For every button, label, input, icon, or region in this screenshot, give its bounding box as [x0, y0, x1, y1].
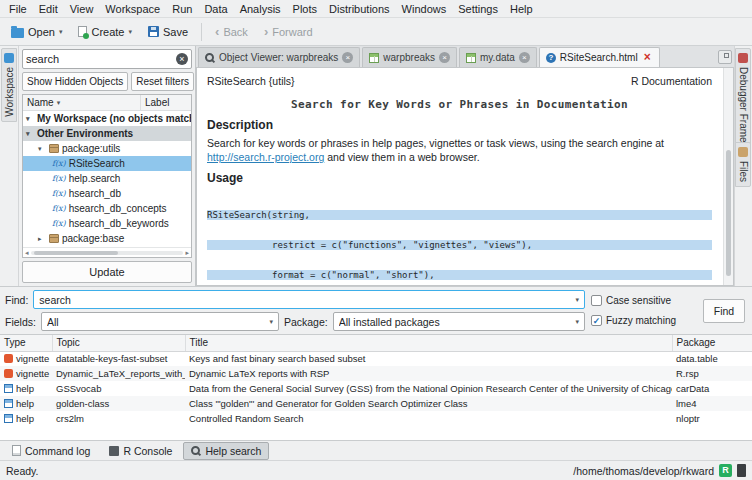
tab-command-log[interactable]: Command log [4, 442, 98, 460]
results-table: Type Topic Title Package vignette datata… [0, 335, 752, 426]
resize-grip[interactable] [737, 464, 746, 477]
find-combobox[interactable]: search ▾ [33, 290, 585, 309]
fuzzy-matching-checkbox[interactable]: ✓ Fuzzy matching [591, 315, 695, 326]
save-button[interactable]: Save [141, 23, 195, 41]
open-button[interactable]: Open ▾ [4, 23, 69, 41]
checkbox-checked-icon[interactable]: ✓ [591, 315, 602, 326]
help-page-icon: ? [546, 53, 556, 63]
tree-item-package-utils[interactable]: ▾ package:utils [23, 141, 191, 156]
function-icon: f(x) [52, 159, 66, 168]
result-row[interactable]: vignette Dynamic_LaTeX_reports_with_RSP … [0, 366, 752, 381]
chevron-down-icon: ▾ [59, 28, 63, 36]
tab-warpbreaks[interactable]: warpbreaks × [362, 47, 457, 67]
tab-rsitesearch-html[interactable]: ? RSiteSearch.html × [539, 47, 660, 67]
function-icon: f(x) [52, 174, 66, 183]
workspace-search-box: × [22, 49, 192, 69]
result-row[interactable]: help GSSvocab Data from the General Soci… [0, 381, 752, 396]
tree-item-help-search[interactable]: f(x) help.search [23, 171, 191, 186]
tree-item-hsearch-db-keywords[interactable]: f(x) hsearch_db_keywords [23, 216, 191, 231]
menu-settings[interactable]: Settings [452, 2, 504, 16]
column-header-title[interactable]: Title [185, 335, 672, 351]
scroll-right-icon[interactable]: ▸ [185, 249, 189, 257]
forward-arrow-icon: › [264, 27, 268, 37]
find-button[interactable]: Find [703, 299, 745, 323]
reset-filters-button[interactable]: Reset filters [131, 72, 194, 91]
menu-run[interactable]: Run [166, 2, 198, 16]
debugger-frames-dock-tab[interactable]: Debugger Frames [735, 48, 751, 153]
tab-help-search[interactable]: Help search [183, 442, 269, 460]
case-sensitive-checkbox[interactable]: Case sensitive [591, 295, 695, 306]
tab-r-console[interactable]: R Console [101, 442, 180, 460]
workspace-search-input[interactable] [26, 53, 173, 65]
column-header-type[interactable]: Type [0, 335, 52, 351]
create-button[interactable]: Create ▾ [71, 23, 139, 41]
files-dock-tab[interactable]: Files [735, 142, 751, 187]
scroll-left-icon[interactable]: ◂ [25, 249, 29, 257]
expander-icon[interactable]: ▾ [38, 145, 46, 153]
fields-combobox[interactable]: All ▾ [41, 312, 279, 331]
back-button[interactable]: ‹ Back [208, 23, 255, 41]
expander-icon[interactable]: ▸ [38, 235, 46, 243]
expander-icon[interactable]: ▾ [26, 130, 34, 138]
tree-item-other-environments[interactable]: ▾ Other Environments [23, 126, 191, 141]
right-dock-strip: Debugger Frames Files [734, 46, 752, 286]
tab-my-data[interactable]: my.data × [459, 47, 537, 67]
function-icon: f(x) [52, 189, 66, 198]
sort-arrow-icon: ▾ [57, 99, 61, 107]
document-scrollbar-thumb[interactable] [726, 150, 731, 276]
tree-item-hsearch-db-concepts[interactable]: f(x) hsearch_db_concepts [23, 201, 191, 216]
show-hidden-objects-button[interactable]: Show Hidden Objects [22, 72, 128, 91]
result-row[interactable]: vignette datatable-keys-fast-subset Keys… [0, 351, 752, 366]
scrollbar-thumb[interactable] [34, 251, 118, 255]
search-r-project-link[interactable]: http://search.r-project.org [207, 151, 324, 163]
menu-file[interactable]: File [3, 2, 33, 16]
menu-plots[interactable]: Plots [287, 2, 323, 16]
doc-header: RSiteSearch {utils} R Documentation [207, 75, 712, 87]
menu-analysis[interactable]: Analysis [234, 2, 287, 16]
expander-icon[interactable]: ▾ [26, 115, 34, 123]
left-dock-strip: Workspace [0, 46, 18, 286]
menu-distributions[interactable]: Distributions [323, 2, 396, 16]
document-tabbar: Object Viewer: warpbreaks × warpbreaks ×… [196, 46, 734, 68]
menu-edit[interactable]: Edit [33, 2, 64, 16]
tree-item-package-base[interactable]: ▸ package:base [23, 231, 191, 246]
menu-view[interactable]: View [64, 2, 100, 16]
usage-code-block[interactable]: RSiteSearch(string, restrict = c("functi… [207, 190, 712, 285]
tree-item-rsitesearch[interactable]: f(x) RSiteSearch [23, 156, 191, 171]
column-header-topic[interactable]: Topic [52, 335, 185, 351]
close-tab-icon[interactable]: × [519, 52, 530, 63]
menu-windows[interactable]: Windows [396, 2, 453, 16]
result-row[interactable]: help golden-class Class '"golden"' and G… [0, 396, 752, 411]
column-header-package[interactable]: Package [672, 335, 752, 351]
column-header-name[interactable]: Name ▾ [23, 95, 141, 110]
document-scrollbar[interactable] [723, 68, 733, 285]
menu-workspace[interactable]: Workspace [99, 2, 166, 16]
object-viewer-icon [205, 53, 215, 63]
tab-object-viewer-warpbreaks[interactable]: Object Viewer: warpbreaks × [198, 47, 360, 67]
close-tab-icon[interactable]: × [342, 52, 353, 63]
checkbox-unchecked-icon[interactable] [591, 295, 602, 306]
clear-search-icon[interactable]: × [176, 53, 188, 65]
code-line: restrict = c("functions", "vignettes", "… [207, 240, 712, 250]
detach-window-icon[interactable] [718, 50, 732, 64]
column-header-label[interactable]: Label [141, 97, 191, 108]
close-tab-icon[interactable]: × [642, 52, 653, 63]
horizontal-scrollbar[interactable]: ◂ ▸ [23, 247, 191, 257]
function-icon: f(x) [52, 219, 66, 228]
package-icon [49, 144, 59, 153]
tree-item-my-workspace[interactable]: ▾ My Workspace (no objects matching filt… [23, 111, 191, 126]
forward-button[interactable]: › Forward [257, 23, 320, 41]
menu-help[interactable]: Help [504, 2, 539, 16]
workspace-dock-tab[interactable]: Workspace [1, 48, 17, 122]
scrollbar-track[interactable] [31, 251, 184, 255]
result-row[interactable]: help crs2lm Controlled Random Search nlo… [0, 411, 752, 426]
menu-data[interactable]: Data [198, 2, 233, 16]
tree-item-hsearch-db[interactable]: f(x) hsearch_db [23, 186, 191, 201]
close-tab-icon[interactable]: × [439, 52, 450, 63]
help-icon [4, 399, 13, 408]
package-combobox[interactable]: All installed packages ▾ [333, 312, 585, 331]
r-engine-status-badge[interactable]: R [719, 464, 732, 477]
workspace-panel: × Show Hidden Objects Reset filters Name… [18, 46, 196, 286]
data-table-icon [369, 53, 379, 63]
update-button[interactable]: Update [22, 261, 192, 283]
